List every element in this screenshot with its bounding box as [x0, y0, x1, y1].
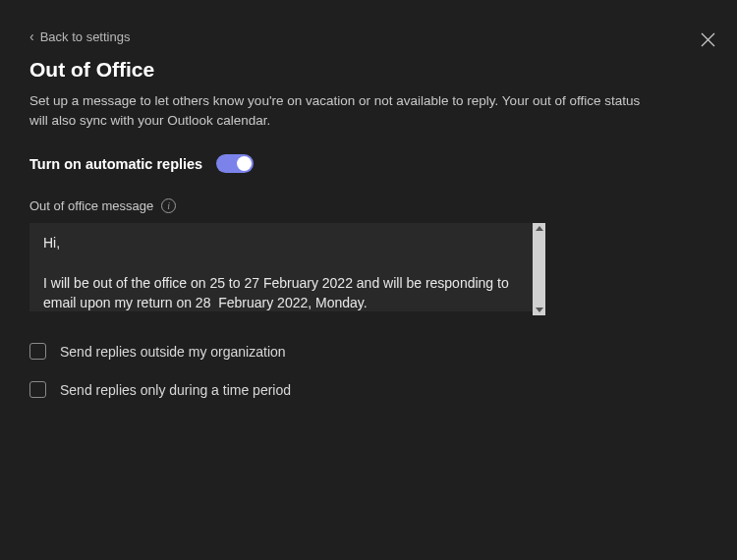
- back-to-settings-link[interactable]: ‹ Back to settings: [29, 29, 130, 44]
- send-outside-label: Send replies outside my organization: [60, 344, 286, 360]
- time-period-checkbox[interactable]: [29, 381, 46, 398]
- scrollbar[interactable]: [533, 223, 545, 315]
- info-icon[interactable]: i: [161, 198, 176, 213]
- back-link-label: Back to settings: [40, 29, 131, 44]
- message-field-label: Out of office message: [29, 198, 153, 213]
- toggle-knob: [237, 156, 252, 171]
- chevron-left-icon: ‹: [29, 29, 34, 43]
- page-description: Set up a message to let others know you'…: [29, 91, 649, 132]
- scroll-down-icon: [536, 308, 543, 312]
- close-icon: [701, 32, 715, 47]
- scroll-up-icon: [536, 226, 543, 231]
- close-button[interactable]: [696, 28, 719, 51]
- auto-replies-toggle-label: Turn on automatic replies: [29, 156, 202, 172]
- send-outside-checkbox-row[interactable]: Send replies outside my organization: [29, 343, 708, 360]
- time-period-label: Send replies only during a time period: [60, 382, 291, 398]
- out-of-office-message-input[interactable]: [29, 223, 545, 311]
- page-title: Out of Office: [29, 58, 708, 82]
- send-outside-checkbox[interactable]: [29, 343, 46, 360]
- time-period-checkbox-row[interactable]: Send replies only during a time period: [29, 381, 708, 398]
- auto-replies-toggle[interactable]: [216, 154, 254, 173]
